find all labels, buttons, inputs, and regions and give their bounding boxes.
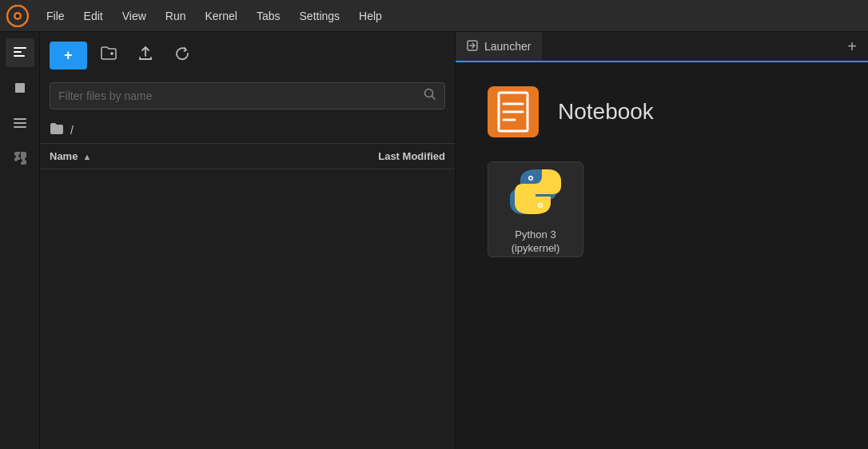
notebook-icon	[488, 86, 539, 137]
notebook-section: Notebook	[488, 86, 836, 137]
launcher-tab-label: Launcher	[484, 40, 531, 53]
search-input[interactable]	[58, 89, 417, 102]
kernel-cards-grid: Python 3(ipykernel)	[488, 161, 836, 257]
svg-rect-9	[14, 126, 26, 128]
notebook-label: Notebook	[558, 99, 654, 125]
search-icon	[424, 88, 436, 104]
svg-rect-7	[14, 118, 26, 120]
search-box	[50, 82, 445, 109]
menu-edit[interactable]: Edit	[76, 6, 111, 26]
breadcrumb: /	[40, 117, 455, 144]
launcher-content: Notebook	[456, 62, 868, 449]
python3-kernel-card[interactable]: Python 3(ipykernel)	[488, 161, 583, 257]
sidebar-files-button[interactable]	[6, 38, 34, 67]
col-name-label: Name	[50, 150, 78, 162]
search-container	[40, 79, 455, 117]
python3-card-label: Python 3(ipykernel)	[512, 228, 560, 256]
launcher-tab[interactable]: Launcher	[456, 32, 542, 62]
sidebar-stop-button[interactable]	[6, 74, 34, 102]
menu-run[interactable]: Run	[157, 6, 194, 26]
svg-rect-8	[14, 122, 26, 124]
menu-settings[interactable]: Settings	[292, 6, 348, 26]
svg-rect-4	[14, 51, 22, 53]
menu-bar: File Edit View Run Kernel Tabs Settings …	[0, 0, 868, 32]
new-file-plus-icon: +	[64, 47, 73, 64]
svg-rect-6	[15, 83, 25, 93]
tab-bar: Launcher +	[456, 32, 868, 62]
menu-file[interactable]: File	[38, 6, 73, 26]
tab-add-button[interactable]: +	[836, 32, 868, 61]
new-folder-button[interactable]	[94, 40, 124, 71]
menu-view[interactable]: View	[114, 6, 154, 26]
file-toolbar: +	[40, 32, 455, 79]
breadcrumb-path: /	[70, 124, 74, 137]
breadcrumb-folder-icon	[50, 122, 64, 138]
svg-rect-5	[14, 55, 25, 57]
file-table-header: Name ▲ Last Modified	[40, 144, 455, 169]
menu-kernel[interactable]: Kernel	[197, 6, 245, 26]
svg-point-20	[530, 177, 532, 180]
file-browser-panel: +	[40, 32, 456, 449]
file-list	[40, 169, 455, 449]
content-area: Launcher + N	[456, 32, 868, 449]
icon-sidebar	[0, 32, 40, 449]
new-file-button[interactable]: +	[50, 42, 87, 70]
svg-rect-3	[14, 47, 26, 49]
svg-line-13	[432, 97, 436, 100]
refresh-button[interactable]	[167, 40, 197, 71]
sidebar-puzzle-button[interactable]	[6, 144, 34, 173]
svg-point-22	[540, 205, 542, 207]
python-icon	[507, 163, 564, 221]
main-layout: +	[0, 32, 868, 449]
sort-arrow-icon: ▲	[82, 152, 91, 161]
col-name-header[interactable]: Name ▲	[50, 150, 285, 162]
upload-button[interactable]	[130, 40, 161, 71]
app-logo	[6, 5, 29, 27]
launcher-tab-icon	[467, 40, 478, 54]
menu-tabs[interactable]: Tabs	[249, 6, 289, 26]
menu-help[interactable]: Help	[351, 6, 390, 26]
col-modified-header[interactable]: Last Modified	[285, 150, 445, 162]
sidebar-list-button[interactable]	[6, 109, 34, 137]
svg-point-2	[16, 14, 20, 18]
